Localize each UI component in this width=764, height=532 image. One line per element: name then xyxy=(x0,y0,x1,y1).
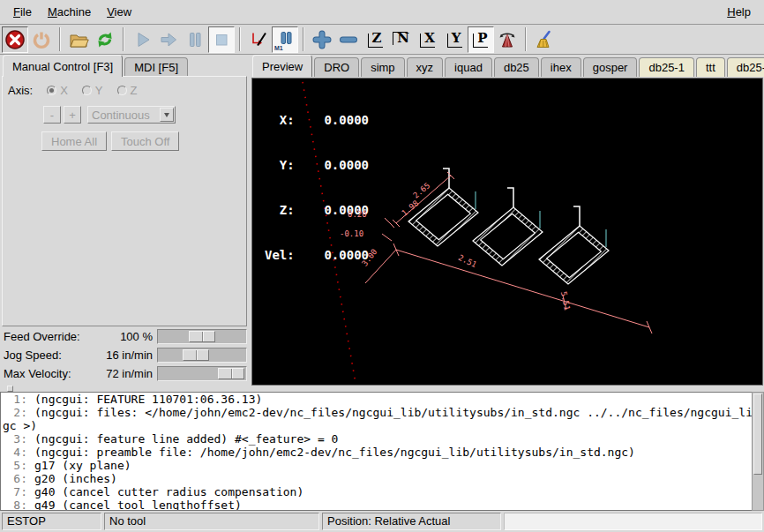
menubar: File Machine View Help xyxy=(0,0,764,25)
view-y-letter: Y xyxy=(446,30,464,49)
optional-pause-m1-button[interactable]: M1 xyxy=(272,26,298,53)
view-z-letter: Z xyxy=(366,30,385,49)
skip-lines-icon xyxy=(248,29,269,50)
jog-minus-button[interactable]: - xyxy=(43,106,61,124)
axis-radio-z[interactable]: Z xyxy=(117,84,138,97)
toolbar-separator xyxy=(123,27,124,51)
jog-plus-button[interactable]: + xyxy=(64,106,81,124)
pane-divider[interactable] xyxy=(0,386,764,392)
feed-override-slider[interactable] xyxy=(157,329,247,344)
radio-z-label: Z xyxy=(131,84,138,97)
touch-off-button[interactable]: Touch Off xyxy=(111,131,179,151)
stop-icon xyxy=(211,29,232,50)
radio-y-label: Y xyxy=(95,84,103,97)
statusbar: ESTOP No tool Position: Relative Actual xyxy=(0,511,764,532)
run-button[interactable] xyxy=(129,26,155,53)
max-velocity-value: 72 in/min xyxy=(98,367,153,380)
tab-preview[interactable]: Preview xyxy=(252,55,312,77)
axis-label: Axis: xyxy=(8,84,33,97)
feed-override-label: Feed Override: xyxy=(2,330,94,343)
tab-simp[interactable]: simp xyxy=(361,57,404,77)
left-tabbar: Manual Control [F3] MDI [F5] xyxy=(3,55,190,77)
menu-machine[interactable]: Machine xyxy=(40,2,99,22)
tab-iquad[interactable]: iquad xyxy=(445,57,492,77)
gcode-line: 7:g40 (cancel cutter radius compensation… xyxy=(1,485,752,498)
preview-canvas[interactable]: X: 0.0000 Y: 0.0000 Z: 0.0000 Vel: 0.000… xyxy=(251,78,763,386)
radio-z-icon[interactable] xyxy=(117,86,127,95)
estop-button[interactable] xyxy=(2,26,28,53)
dro-readout: X: 0.0000 Y: 0.0000 Z: 0.0000 Vel: 0.000… xyxy=(265,83,369,293)
gcode-scrollbar[interactable] xyxy=(752,392,764,511)
max-velocity-label: Max Velocity: xyxy=(2,367,94,380)
status-tool: No tool xyxy=(104,513,319,530)
feed-override-value: 100 % xyxy=(98,330,153,343)
tab-mdi[interactable]: MDI [F5] xyxy=(124,57,188,77)
tab-xyz[interactable]: xyz xyxy=(407,57,444,77)
jog-row: - + Continuous xyxy=(43,106,246,124)
right-tabbar: Preview DRO simp xyz iquad db25 ihex gos… xyxy=(252,55,764,77)
tab-manual-control[interactable]: Manual Control [F3] xyxy=(3,55,123,77)
machine-power-button[interactable] xyxy=(28,26,55,53)
gcode-scrollbar-thumb[interactable] xyxy=(753,393,762,475)
feed-override-handle[interactable] xyxy=(189,331,215,342)
rotate-cone-icon xyxy=(497,29,518,50)
dro-y: Y: 0.0000 xyxy=(265,158,369,173)
menu-file[interactable]: File xyxy=(5,2,40,22)
view-p-letter: P xyxy=(471,30,490,49)
view-top-button[interactable]: Z xyxy=(362,26,388,53)
run-icon xyxy=(131,29,153,50)
gcode-line: 6:g20 (inches) xyxy=(1,472,752,485)
step-button[interactable] xyxy=(155,26,182,53)
axis-radio-y[interactable]: Y xyxy=(82,84,103,97)
menu-help[interactable]: Help xyxy=(719,2,759,22)
home-all-button[interactable]: Home All xyxy=(41,131,107,151)
jog-speed-slider[interactable] xyxy=(157,348,247,363)
view-front-button[interactable]: Y xyxy=(441,26,468,53)
gcode-listing[interactable]: 1:(ngcgui: FEATURE 110701:06.36.13) 2:(n… xyxy=(0,392,752,511)
gcode-line: 4:(ngcgui: preamble file: /home/john/emc… xyxy=(1,446,752,459)
zoom-out-button[interactable] xyxy=(335,26,362,53)
toolbar-separator xyxy=(239,27,241,51)
tab-gosper[interactable]: gosper xyxy=(583,57,638,77)
jog-speed-handle[interactable] xyxy=(183,349,209,361)
jog-increment-combobox[interactable]: Continuous xyxy=(87,106,176,124)
clear-plot-button[interactable] xyxy=(531,26,558,53)
tab-ttt[interactable]: ttt xyxy=(696,57,725,77)
zoom-in-button[interactable] xyxy=(309,26,335,53)
estop-icon xyxy=(4,29,26,50)
tab-db25-1[interactable]: db25-1 xyxy=(639,57,693,77)
view-side-button[interactable]: X xyxy=(415,26,441,53)
max-velocity-handle[interactable] xyxy=(218,368,244,379)
rotate-view-button[interactable] xyxy=(494,26,521,53)
open-file-button[interactable] xyxy=(65,26,92,53)
radio-x-icon[interactable] xyxy=(47,86,56,95)
reload-file-button[interactable] xyxy=(92,26,118,53)
pane-sash-grip[interactable] xyxy=(7,386,13,392)
tab-db25-2[interactable]: db25-2 xyxy=(727,57,764,77)
view-z-rotated-letter: N xyxy=(391,30,412,49)
max-velocity-row: Max Velocity: 72 in/min xyxy=(2,364,247,383)
view-perspective-button[interactable]: P xyxy=(468,26,494,53)
gcode-line: 3:(ngcgui: feature line added) #<_featur… xyxy=(1,432,752,446)
max-velocity-slider[interactable] xyxy=(157,366,247,381)
toggle-skip-lines-button[interactable] xyxy=(245,26,272,53)
view-rotated-top-button[interactable]: N xyxy=(388,26,415,53)
tab-ihex[interactable]: ihex xyxy=(541,57,581,77)
gcode-line: 1:(ngcgui: FEATURE 110701:06.36.13) xyxy=(1,393,752,406)
stop-button[interactable] xyxy=(208,26,235,53)
chevron-down-icon[interactable] xyxy=(160,108,174,122)
axis-radio-x[interactable]: X xyxy=(47,84,68,97)
axis-row: Axis: X Y Z xyxy=(8,84,246,97)
toolbar-separator xyxy=(525,27,527,51)
pause-button[interactable] xyxy=(182,26,208,53)
radio-y-icon[interactable] xyxy=(82,86,92,95)
menu-view[interactable]: View xyxy=(99,2,139,22)
feed-override-row: Feed Override: 100 % xyxy=(2,327,247,346)
home-row: Home All Touch Off xyxy=(41,131,246,151)
tab-db25[interactable]: db25 xyxy=(494,57,539,77)
plus-icon xyxy=(311,29,333,50)
tab-dro[interactable]: DRO xyxy=(314,57,359,77)
gcode-line: 5:g17 (xy plane) xyxy=(1,459,752,472)
jog-increment-value: Continuous xyxy=(88,109,160,122)
slider-block: Feed Override: 100 % Jog Speed: 16 in/mi… xyxy=(2,327,247,383)
